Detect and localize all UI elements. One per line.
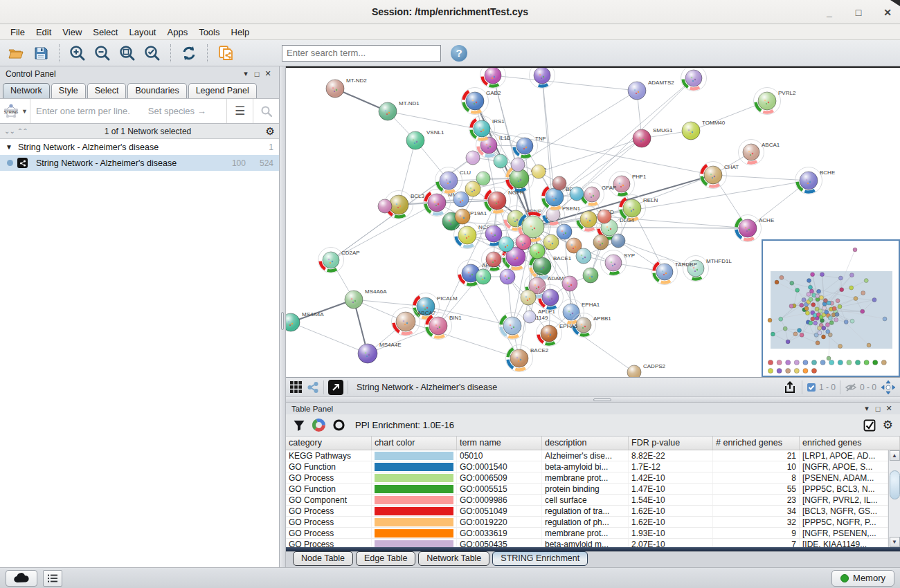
table-settings-gear-icon[interactable]: ⚙ bbox=[883, 418, 893, 432]
ring-chart-icon[interactable] bbox=[332, 419, 345, 432]
network-node[interactable] bbox=[681, 68, 707, 91]
network-node[interactable] bbox=[562, 276, 577, 291]
network-node[interactable]: MTHFD1L bbox=[683, 256, 732, 282]
panel-collapse-icon[interactable]: ▾ bbox=[240, 69, 251, 78]
network-node[interactable]: BACE2 bbox=[506, 345, 549, 372]
scrollbar-thumb[interactable] bbox=[890, 470, 900, 499]
tab-boundaries[interactable]: Boundaries bbox=[127, 83, 186, 98]
network-node[interactable] bbox=[494, 154, 507, 168]
menu-edit[interactable]: Edit bbox=[31, 26, 56, 39]
network-node[interactable]: MT-ND2 bbox=[326, 77, 367, 98]
network-node[interactable] bbox=[530, 68, 555, 89]
close-icon[interactable]: ✕ bbox=[882, 7, 893, 18]
network-node[interactable]: MT-ND1 bbox=[379, 100, 420, 120]
network-node[interactable] bbox=[455, 209, 470, 224]
network-tree-row[interactable]: String Network - Alzheimer's disease1005… bbox=[0, 155, 279, 171]
select-rows-checkbox-icon[interactable] bbox=[863, 419, 876, 432]
task-history-button[interactable] bbox=[43, 570, 62, 587]
save-session-button[interactable] bbox=[30, 43, 51, 64]
birdseye-view[interactable] bbox=[762, 239, 900, 377]
scroll-down-icon[interactable]: ▼ bbox=[890, 537, 900, 547]
column-header--enriched-genes[interactable]: # enriched genes bbox=[713, 437, 800, 450]
splitter-handle[interactable] bbox=[281, 312, 284, 330]
network-node[interactable]: CADPS2 bbox=[627, 363, 666, 377]
tab-string-enrichment[interactable]: STRING Enrichment bbox=[492, 551, 588, 566]
detach-view-button[interactable] bbox=[328, 380, 343, 395]
menu-view[interactable]: View bbox=[57, 26, 87, 39]
tab-network[interactable]: Network bbox=[3, 83, 50, 98]
filter-icon[interactable] bbox=[293, 419, 305, 432]
network-node[interactable] bbox=[597, 210, 611, 223]
network-node[interactable] bbox=[583, 268, 598, 283]
zoom-in-button[interactable] bbox=[67, 43, 88, 64]
search-input[interactable] bbox=[282, 45, 441, 62]
network-node[interactable]: ABCA1 bbox=[739, 140, 780, 165]
network-node[interactable]: VSNL1 bbox=[406, 129, 444, 149]
tab-style[interactable]: Style bbox=[51, 83, 86, 98]
panel-close-icon[interactable]: ✕ bbox=[262, 69, 273, 78]
network-node[interactable] bbox=[543, 235, 559, 250]
table-row[interactable]: GO ProcessGO:0006509membrane prot...1.42… bbox=[286, 472, 888, 484]
table-row[interactable]: GO ComponentGO:0009986cell surface1.54E-… bbox=[286, 495, 888, 506]
network-node[interactable]: TNF bbox=[512, 134, 546, 159]
table-row[interactable]: GO FunctionGO:0005515protein binding1.47… bbox=[286, 484, 888, 495]
network-node[interactable]: GFAP bbox=[580, 183, 617, 207]
network-node[interactable] bbox=[532, 165, 546, 178]
tab-edge-table[interactable]: Edge Table bbox=[356, 551, 415, 566]
network-node[interactable] bbox=[576, 248, 591, 264]
network-node[interactable]: BIN1 bbox=[425, 313, 462, 340]
collapse-all-icon[interactable]: ⌄⌄ bbox=[4, 127, 15, 135]
automation-cloud-button[interactable] bbox=[6, 570, 37, 587]
network-node[interactable] bbox=[500, 269, 515, 284]
column-header-description[interactable]: description bbox=[542, 437, 629, 450]
network-node[interactable] bbox=[552, 176, 566, 190]
zoom-fit-button[interactable] bbox=[117, 43, 138, 64]
horizontal-splitter[interactable] bbox=[286, 396, 900, 403]
network-view-canvas[interactable]: MT-ND2MT-ND1VSNL1GAB2ADAMTS2PVRL2TOMM40S… bbox=[286, 66, 900, 377]
tab-node-table[interactable]: Node Table bbox=[293, 551, 353, 566]
network-node[interactable] bbox=[593, 235, 609, 250]
splitter-handle[interactable] bbox=[593, 398, 611, 401]
table-row[interactable]: GO ProcessGO:0019220regulation of ph...1… bbox=[286, 517, 888, 528]
column-header-category[interactable]: category bbox=[286, 437, 372, 450]
chart-donut-icon[interactable] bbox=[312, 419, 325, 432]
network-node[interactable]: SMUG1 bbox=[633, 127, 673, 147]
network-node[interactable]: GAB2 bbox=[462, 88, 501, 115]
network-options-gear-icon[interactable]: ⚙ bbox=[266, 125, 275, 138]
network-node[interactable] bbox=[466, 151, 480, 165]
network-node[interactable]: ADAMTS2 bbox=[628, 80, 674, 100]
minimize-icon[interactable]: _ bbox=[824, 7, 835, 18]
menu-apps[interactable]: Apps bbox=[163, 26, 193, 39]
export-network-button[interactable] bbox=[215, 43, 236, 64]
menu-layout[interactable]: Layout bbox=[124, 26, 161, 39]
table-vertical-scrollbar[interactable]: ▲ ▼ bbox=[888, 450, 900, 547]
network-node[interactable] bbox=[476, 269, 491, 284]
export-view-button[interactable] bbox=[782, 380, 798, 395]
memory-status-button[interactable]: Memory bbox=[831, 570, 894, 587]
network-node[interactable] bbox=[453, 192, 469, 207]
column-header-enriched-genes[interactable]: enriched genes bbox=[800, 437, 900, 450]
tab-network-table[interactable]: Network Table bbox=[418, 551, 489, 566]
column-header-chart-color[interactable]: chart color bbox=[372, 437, 457, 450]
string-search-button[interactable] bbox=[253, 99, 279, 123]
tree-expand-icon[interactable]: ▼ bbox=[6, 143, 14, 151]
table-row[interactable]: GO ProcessGO:0033619membrane prot...1.93… bbox=[286, 528, 888, 539]
menu-select[interactable]: Select bbox=[88, 26, 123, 39]
string-query-input[interactable]: Enter one term per line. Set species → bbox=[30, 106, 226, 116]
expand-all-icon[interactable]: ⌃⌃ bbox=[17, 127, 28, 135]
network-node[interactable]: SYP bbox=[601, 250, 636, 276]
network-tree-row[interactable]: ▼String Network - Alzheimer's disease1 bbox=[0, 139, 279, 155]
network-node[interactable] bbox=[378, 199, 392, 213]
vertical-splitter[interactable] bbox=[280, 66, 286, 567]
share-network-icon[interactable] bbox=[307, 381, 319, 394]
network-node[interactable] bbox=[516, 235, 531, 250]
network-node[interactable]: ACHE bbox=[735, 215, 775, 242]
column-header-fdr-p-value[interactable]: FDR p-value bbox=[629, 437, 713, 450]
network-node[interactable]: PHF1 bbox=[609, 172, 647, 197]
menu-tools[interactable]: Tools bbox=[194, 26, 224, 39]
panel-float-icon[interactable]: □ bbox=[872, 405, 883, 413]
menu-help[interactable]: Help bbox=[226, 26, 255, 39]
open-session-button[interactable] bbox=[6, 43, 26, 64]
network-node[interactable]: TOMM40 bbox=[682, 120, 726, 140]
panel-collapse-icon[interactable]: ▾ bbox=[861, 404, 872, 413]
